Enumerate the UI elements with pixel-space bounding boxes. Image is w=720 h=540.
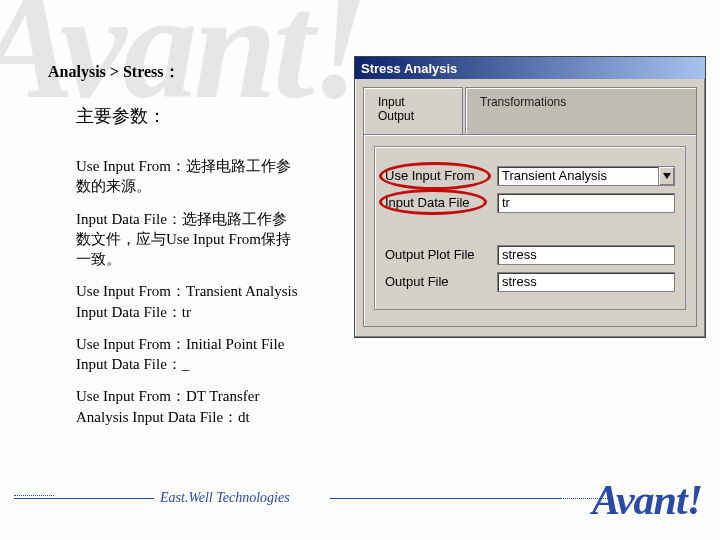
p3-line1: Use Input From：Transient Analysis <box>76 283 298 299</box>
field-group: Use Input From Transient Analysis Input … <box>374 146 686 310</box>
row-output-plot-file: Output Plot File stress <box>385 245 675 265</box>
p1-line1: Use Input From：选择电路工作参 <box>76 158 291 174</box>
output-plot-file-field[interactable]: stress <box>497 245 675 265</box>
footer-line-right <box>330 498 560 499</box>
subtitle: 主要参数： <box>76 104 166 128</box>
output-file-field[interactable]: stress <box>497 272 675 292</box>
label-output-file: Output File <box>385 274 497 289</box>
footer-line-left <box>14 498 154 499</box>
dialog-title: Stress Analysis <box>361 61 457 76</box>
tab1-line2: Output <box>378 109 414 123</box>
select-value: Transient Analysis <box>502 168 607 183</box>
p5-line2: Analysis Input Data File：dt <box>76 409 250 425</box>
label-input-data-file: Input Data File <box>385 195 497 210</box>
label-use-input-from: Use Input From <box>385 168 497 183</box>
select-use-input-from[interactable]: Transient Analysis <box>497 166 675 186</box>
p1-line2: 数的来源。 <box>76 178 151 194</box>
row-output-file: Output File stress <box>385 272 675 292</box>
input-data-file-field[interactable]: tr <box>497 193 675 213</box>
body-text: Use Input From：选择电路工作参 数的来源。 Input Data … <box>76 156 336 439</box>
tab-transformations[interactable]: Transformations <box>465 87 697 134</box>
stress-analysis-dialog: Stress Analysis Input Output Transformat… <box>354 56 706 338</box>
dialog-titlebar[interactable]: Stress Analysis <box>355 57 705 79</box>
tab-input-output[interactable]: Input Output <box>363 87 463 134</box>
p2-line2: 数文件，应与Use Input From保持 <box>76 231 291 247</box>
breadcrumb: Analysis > Stress： <box>48 62 180 83</box>
tab1-line1: Input <box>378 95 405 109</box>
input-value: tr <box>502 195 510 210</box>
tab2-label: Transformations <box>480 95 566 109</box>
slide: Analysis > Stress： 主要参数： Use Input From：… <box>0 0 720 540</box>
label-output-plot-file: Output Plot File <box>385 247 497 262</box>
p2-line3: 一致。 <box>76 251 121 267</box>
p5-line1: Use Input From：DT Transfer <box>76 388 259 404</box>
panel: Use Input From Transient Analysis Input … <box>363 134 697 327</box>
chevron-down-icon <box>663 173 671 179</box>
input-value: stress <box>502 247 537 262</box>
p3-line2: Input Data File：tr <box>76 304 191 320</box>
dropdown-button[interactable] <box>658 167 674 185</box>
row-input-data-file: Input Data File tr <box>385 193 675 213</box>
p2-line1: Input Data File：选择电路工作参 <box>76 211 287 227</box>
avant-logo: Avant! <box>592 476 702 524</box>
p4-line2: Input Data File：_ <box>76 356 189 372</box>
footer-company: East.Well Technologies <box>160 490 290 506</box>
row-use-input-from: Use Input From Transient Analysis <box>385 166 675 186</box>
p4-line1: Use Input From：Initial Point File <box>76 336 284 352</box>
input-value: stress <box>502 274 537 289</box>
tabs: Input Output Transformations <box>363 87 697 134</box>
